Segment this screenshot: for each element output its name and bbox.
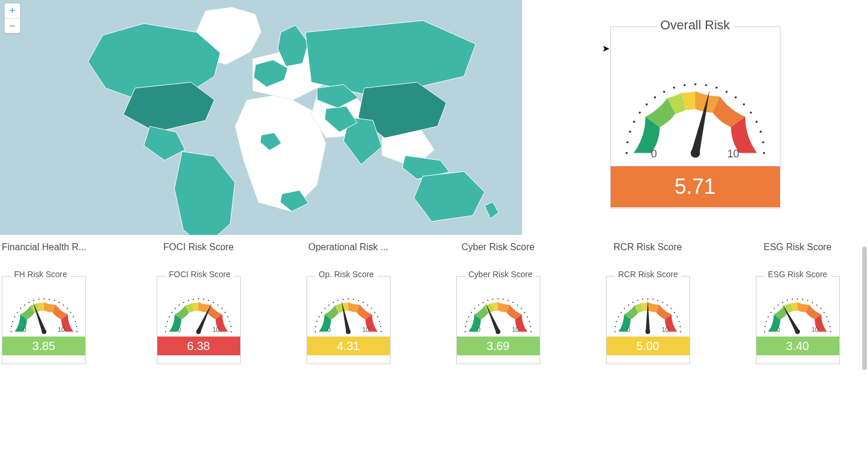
svg-point-38 <box>70 312 71 313</box>
risk-gauge-title: FH Risk Score <box>11 270 70 279</box>
zoom-out-button[interactable]: − <box>5 18 20 33</box>
gauge-min-label: 0 <box>177 326 181 333</box>
risk-gauge-column: Cyber Risk ScoreCyber Risk Score0103.69 <box>428 242 568 364</box>
map-zoom-controls: + − <box>4 3 21 33</box>
svg-point-48 <box>171 312 173 313</box>
svg-point-132 <box>764 331 765 332</box>
risk-gauge-card: ESG Risk Score0103.40 <box>756 276 840 364</box>
svg-point-71 <box>324 308 325 309</box>
svg-point-3 <box>633 121 635 123</box>
svg-point-45 <box>166 326 167 327</box>
vertical-scrollbar[interactable] <box>861 0 867 376</box>
svg-point-144 <box>807 300 808 301</box>
svg-point-108 <box>530 331 531 332</box>
svg-point-11 <box>705 84 707 86</box>
overall-risk-panel: ➤ Overall Risk 0 10 5.71 <box>522 0 868 235</box>
svg-point-96 <box>487 300 489 301</box>
svg-point-55 <box>203 298 204 300</box>
svg-point-105 <box>527 316 528 317</box>
svg-point-46 <box>167 321 168 322</box>
svg-point-128 <box>678 321 679 322</box>
svg-point-89 <box>465 326 466 327</box>
svg-point-70 <box>321 312 322 313</box>
svg-point-14 <box>734 96 736 99</box>
gauge-min-label: 0 <box>627 326 630 333</box>
svg-point-7 <box>663 90 665 93</box>
svg-point-82 <box>374 312 375 313</box>
risk-gauge-card: FOCI Risk Score0106.38 <box>157 276 241 364</box>
gauge-max-label: 10 <box>58 326 65 333</box>
svg-point-74 <box>338 300 339 301</box>
gauge-scale: 010 <box>627 326 669 333</box>
gauge-min-label: 0 <box>776 326 780 333</box>
svg-point-110 <box>614 331 615 332</box>
svg-point-13 <box>725 90 728 93</box>
svg-point-50 <box>179 304 180 305</box>
gauge-max-label: 10 <box>662 326 669 333</box>
zoom-in-button[interactable]: + <box>5 4 20 18</box>
svg-point-151 <box>829 326 830 327</box>
risk-gauge-row: Financial Health R...FH Risk Score0103.8… <box>0 242 868 364</box>
svg-point-138 <box>778 304 779 305</box>
svg-point-77 <box>353 298 354 300</box>
scrollbar-thumb[interactable] <box>862 247 867 370</box>
svg-point-103 <box>521 308 522 309</box>
svg-point-111 <box>615 326 616 327</box>
svg-point-31 <box>38 298 39 300</box>
svg-point-125 <box>671 308 672 309</box>
svg-point-19 <box>762 141 764 143</box>
svg-point-52 <box>188 300 189 301</box>
gauge-max-label: 10 <box>727 148 739 160</box>
svg-point-133 <box>765 326 766 327</box>
svg-point-67 <box>315 326 317 327</box>
svg-point-149 <box>826 316 827 317</box>
plus-icon: + <box>9 5 16 17</box>
svg-point-54 <box>198 298 199 300</box>
svg-point-118 <box>637 300 638 301</box>
svg-point-130 <box>680 331 681 332</box>
gauge-min-label: 0 <box>23 326 26 333</box>
svg-point-83 <box>377 316 378 317</box>
svg-point-115 <box>624 308 625 309</box>
gauge-scale: 010 <box>177 326 220 333</box>
svg-point-95 <box>483 302 484 303</box>
svg-point-147 <box>820 308 822 309</box>
risk-column-title: Operational Risk ... <box>308 242 388 253</box>
svg-point-80 <box>367 304 368 305</box>
svg-point-27 <box>20 308 21 309</box>
svg-point-15 <box>742 103 745 106</box>
gauge-max-label: 10 <box>512 326 519 333</box>
svg-point-32 <box>43 298 45 300</box>
svg-point-57 <box>213 302 214 303</box>
svg-point-94 <box>478 304 479 305</box>
gauge-scale: 010 <box>776 326 819 333</box>
risk-gauge-card: Op. Risk Score0104.31 <box>307 276 391 364</box>
svg-point-63 <box>230 326 231 327</box>
svg-point-12 <box>715 86 718 89</box>
svg-point-86 <box>381 331 382 332</box>
svg-point-148 <box>823 312 825 313</box>
svg-point-4 <box>638 112 641 114</box>
svg-point-150 <box>828 321 829 322</box>
risk-gauge-card: FH Risk Score0103.85 <box>2 276 86 364</box>
risk-column-title: Cyber Risk Score <box>462 242 534 253</box>
svg-point-24 <box>12 321 13 322</box>
svg-point-66 <box>315 331 316 332</box>
svg-point-25 <box>14 316 15 317</box>
svg-point-106 <box>529 321 530 322</box>
svg-point-79 <box>362 302 364 303</box>
svg-point-140 <box>787 300 788 301</box>
svg-point-64 <box>231 331 232 332</box>
svg-point-28 <box>24 304 25 305</box>
risk-gauge-value: 5.00 <box>607 337 689 355</box>
svg-point-17 <box>755 121 758 123</box>
gauge-max-label: 10 <box>362 326 369 333</box>
svg-point-139 <box>782 302 783 303</box>
svg-point-112 <box>616 321 617 322</box>
svg-point-78 <box>358 300 359 301</box>
world-map-panel[interactable]: + − <box>0 0 522 235</box>
world-map[interactable] <box>0 0 522 235</box>
svg-point-73 <box>333 302 334 303</box>
svg-point-26 <box>16 312 18 313</box>
svg-point-143 <box>802 298 803 300</box>
